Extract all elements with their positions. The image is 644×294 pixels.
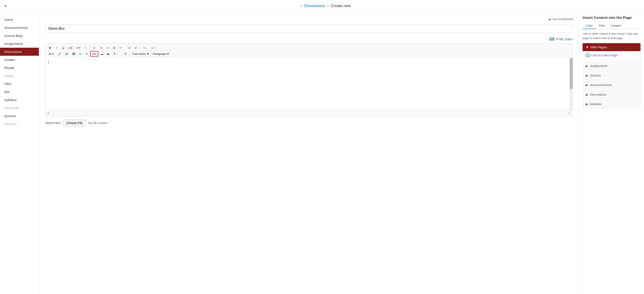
- no-file-chosen-label: No file chosen: [88, 121, 108, 125]
- sidebar: Home Announcements Course Blog Assignmen…: [0, 12, 39, 294]
- tab-images[interactable]: Images: [608, 22, 624, 29]
- announcements-section-header[interactable]: ▶ Announcements: [583, 81, 640, 89]
- announcements-section-label: Announcements: [590, 83, 612, 87]
- quizzes-section: ▶ Quizzes: [582, 71, 640, 80]
- discussions-section: ▶ Discussions: [582, 90, 640, 99]
- font-sizes-label: Font Sizes: [132, 52, 146, 55]
- resize-handle-icon[interactable]: ⤡: [568, 111, 570, 115]
- hamburger-menu-icon[interactable]: ≡: [4, 3, 7, 8]
- cloud-storage-button[interactable]: ☁: [99, 51, 105, 57]
- paragraph-dropdown[interactable]: Paragraph ▼: [151, 51, 171, 57]
- table-button[interactable]: ⊞ ▾: [47, 51, 55, 57]
- editor-body: |: [45, 58, 573, 110]
- html-editor-label: HTML Editor: [556, 37, 573, 41]
- align-center-button[interactable]: ⇥: [98, 45, 104, 50]
- sidebar-item-pages: Pages: [0, 72, 39, 80]
- align-right-button[interactable]: ⇨: [104, 45, 110, 50]
- modules-section-header[interactable]: ▶ Modules: [583, 100, 640, 108]
- sidebar-item-syllabus[interactable]: Syllabus: [0, 96, 39, 104]
- plus-circle-icon: +: [586, 53, 590, 57]
- tab-files[interactable]: Files: [596, 22, 608, 29]
- sidebar-item-home[interactable]: Home: [0, 15, 39, 24]
- subscript-button[interactable]: x2: [133, 45, 139, 50]
- editor-scrollbar[interactable]: [570, 58, 572, 110]
- box-embed-button[interactable]: box: [90, 51, 98, 57]
- modules-arrow-icon: ▶: [586, 102, 588, 106]
- editor-status-bar: p ⤡: [45, 110, 573, 116]
- quizzes-section-header[interactable]: ▶ Quizzes: [583, 71, 640, 79]
- superscript-button[interactable]: x2: [126, 45, 132, 50]
- sidebar-item-grades[interactable]: Grades: [0, 56, 39, 64]
- discussions-arrow-icon: ▶: [586, 93, 588, 96]
- discussion-title-input[interactable]: [45, 24, 573, 33]
- discussions-section-header[interactable]: ▶ Discussions: [583, 91, 640, 98]
- wiki-pages-arrow-icon: ▼: [586, 45, 589, 49]
- breadcrumb-discussions-link[interactable]: Discussions: [304, 4, 325, 8]
- font-background-button[interactable]: A ▾: [75, 45, 82, 50]
- announcements-section: ▶ Announcements: [582, 81, 640, 89]
- toolbar-separator-4: [129, 52, 130, 56]
- sidebar-item-assignments[interactable]: Assignments: [0, 40, 39, 48]
- sidebar-item-people[interactable]: People: [0, 64, 39, 72]
- choose-file-button[interactable]: Choose File: [63, 120, 86, 126]
- align-justify-button[interactable]: ≣: [111, 45, 117, 50]
- tab-links[interactable]: Links: [582, 22, 596, 29]
- toolbar-separator-3: [140, 45, 140, 50]
- sidebar-item-box[interactable]: Box: [0, 88, 39, 96]
- quizzes-section-label: Quizzes: [590, 74, 601, 77]
- discussions-section-label: Discussions: [590, 93, 606, 96]
- ltr-button[interactable]: →¶: [120, 51, 128, 57]
- kaltura-button[interactable]: ✦: [84, 51, 90, 57]
- rtl-button[interactable]: ¶←: [112, 51, 120, 57]
- editor-toolbar: B I U A ▾ A ▾ I ⇤ ⇥ ⇨ ≣ ↦ x2 x2 •— 1.— ⊞…: [45, 43, 573, 58]
- keyboard-icon: ⌨: [549, 37, 554, 42]
- panel-tabs: Links Files Images: [582, 22, 640, 29]
- html-editor-bar: ⌨ HTML Editor: [45, 37, 573, 42]
- image-button[interactable]: 🖼: [70, 51, 77, 57]
- html-editor-link[interactable]: ⌨ HTML Editor: [549, 37, 573, 42]
- quizzes-arrow-icon: ▶: [586, 74, 588, 77]
- link-new-page-label: Link to a New Page: [591, 53, 617, 57]
- align-left-button[interactable]: ⇤: [92, 45, 98, 50]
- editor-content-area[interactable]: |: [45, 58, 570, 110]
- font-italic-style-button[interactable]: I: [82, 45, 88, 50]
- numbered-list-button[interactable]: 1.—: [150, 45, 158, 50]
- link-button[interactable]: 🔗: [56, 51, 63, 57]
- cloud-icon: ☁: [548, 16, 551, 21]
- sidebar-item-course-blog[interactable]: Course Blog: [0, 32, 39, 40]
- sidebar-item-announcements[interactable]: Announcements: [0, 24, 39, 32]
- italic-button[interactable]: I: [54, 45, 60, 50]
- breadcrumb-arrow-1: >: [300, 4, 302, 8]
- bullet-list-button[interactable]: •—: [142, 45, 149, 50]
- font-sizes-dropdown[interactable]: Font Sizes ▼: [131, 51, 151, 57]
- bold-button[interactable]: B: [47, 45, 53, 50]
- paragraph-arrow-icon: ▼: [166, 52, 169, 55]
- indent-button[interactable]: ↦: [118, 45, 124, 50]
- assignments-section: ▶ Assignments: [582, 62, 640, 70]
- sidebar-item-files[interactable]: Files: [0, 80, 39, 88]
- unlink-icon: 🔗: [65, 52, 68, 55]
- font-color-button[interactable]: A ▾: [67, 45, 74, 50]
- scrollbar-thumb[interactable]: [570, 58, 572, 89]
- sidebar-item-modules: Modules: [0, 120, 39, 128]
- sidebar-item-outcomes: Outcomes: [0, 104, 39, 112]
- wiki-pages-header[interactable]: ▼ Wiki Pages: [582, 43, 640, 51]
- unlink-button[interactable]: 🔗: [63, 51, 70, 57]
- sidebar-item-discussions[interactable]: Discussions: [0, 48, 39, 56]
- link-to-new-page[interactable]: + Link to a New Page: [586, 53, 637, 57]
- main-layout: Home Announcements Course Blog Assignmen…: [0, 12, 644, 294]
- editor-cursor: |: [48, 60, 49, 64]
- underline-button[interactable]: U: [60, 45, 66, 50]
- wiki-pages-body: + Link to a New Page: [582, 51, 640, 60]
- toolbar-separator-1: [90, 45, 90, 50]
- right-panel: Insert Content into the Page Links Files…: [579, 12, 644, 294]
- toolbar-separator-2: [125, 45, 125, 50]
- announcements-arrow-icon: ▶: [586, 83, 588, 87]
- math-button[interactable]: π: [77, 51, 83, 57]
- assignments-section-header[interactable]: ▶ Assignments: [583, 62, 640, 70]
- panel-description: Link to other content in the course. Cli…: [582, 32, 640, 40]
- assignments-arrow-icon: ▶: [586, 64, 588, 68]
- sidebar-item-quizzes[interactable]: Quizzes: [0, 112, 39, 120]
- paragraph-label: Paragraph: [152, 52, 166, 55]
- media-button[interactable]: ▶: [106, 51, 112, 57]
